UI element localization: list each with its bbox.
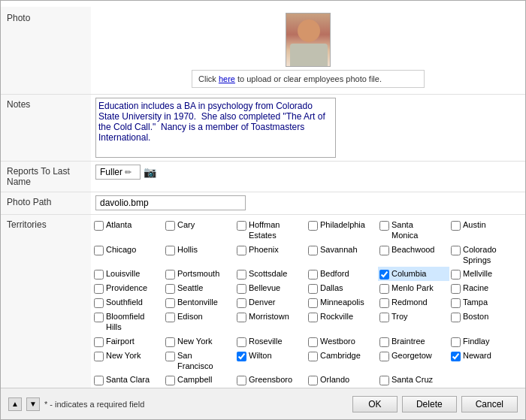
territory-checkbox[interactable] — [379, 221, 389, 231]
territory-checkbox[interactable] — [237, 246, 246, 255]
territory-item: Portsmouth — [164, 267, 235, 281]
territory-checkbox[interactable] — [451, 284, 461, 294]
territory-label: Cary — [177, 219, 195, 230]
territory-checkbox[interactable] — [237, 221, 246, 231]
form-content: Photo Click here to upload or clear empl… — [1, 1, 525, 388]
territory-label: Roseville — [249, 336, 283, 346]
territory-checkbox[interactable] — [451, 313, 461, 322]
territory-checkbox[interactable] — [237, 352, 246, 361]
territory-checkbox[interactable] — [237, 284, 246, 294]
photo-path-input[interactable] — [95, 195, 246, 210]
territory-checkbox[interactable] — [165, 376, 175, 385]
territory-checkbox[interactable] — [165, 246, 175, 255]
delete-button[interactable]: Delete — [402, 396, 457, 412]
territory-item: Bentonville — [164, 295, 235, 310]
territory-checkbox[interactable] — [308, 284, 318, 294]
territory-item: Beachwood — [378, 243, 449, 257]
cancel-button[interactable]: Cancel — [461, 396, 518, 412]
territory-checkbox[interactable] — [451, 352, 461, 361]
territory-checkbox[interactable] — [308, 246, 318, 255]
territory-checkbox[interactable] — [165, 270, 175, 279]
territory-item: Bloomfield Hills — [92, 310, 164, 334]
territory-checkbox[interactable] — [94, 337, 104, 347]
photo-caption-text: Click here to upload or clear employees … — [198, 74, 382, 83]
territory-item: Cambridge — [307, 349, 378, 363]
territory-checkbox[interactable] — [451, 298, 461, 308]
territory-checkbox[interactable] — [451, 337, 461, 347]
territory-item: Troy — [378, 310, 449, 324]
territory-checkbox[interactable] — [451, 221, 461, 231]
territory-checkbox[interactable] — [308, 298, 318, 308]
territory-item: Braintree — [378, 334, 449, 349]
territory-checkbox[interactable] — [308, 313, 318, 322]
territory-checkbox[interactable] — [165, 337, 175, 347]
territory-checkbox[interactable] — [379, 376, 389, 385]
territory-checkbox[interactable] — [94, 298, 104, 308]
territory-checkbox[interactable] — [94, 313, 104, 322]
notes-textarea[interactable]: Education includes a BA in psychology fr… — [95, 98, 336, 158]
territory-label: Tampa — [463, 297, 488, 307]
photo-label: Photo — [1, 7, 91, 94]
territory-item: Scottsdale — [235, 267, 307, 281]
reports-to-inline: Fuller ✏ 📷 — [95, 165, 156, 180]
territory-checkbox[interactable] — [165, 313, 175, 322]
territory-checkbox[interactable] — [237, 270, 246, 279]
photo-path-row: Photo Path — [1, 192, 525, 215]
territory-checkbox[interactable] — [308, 221, 318, 231]
territory-item: Neward — [449, 349, 521, 363]
territories-label: Territories — [1, 215, 91, 388]
territory-checkbox[interactable] — [451, 270, 461, 279]
territory-checkbox[interactable] — [308, 352, 318, 361]
photo-value: Click here to upload or clear employees … — [91, 7, 525, 94]
ok-button[interactable]: OK — [352, 396, 398, 412]
territory-checkbox[interactable] — [379, 313, 389, 322]
territory-checkbox[interactable] — [379, 352, 389, 361]
territory-item: Campbell — [164, 373, 235, 387]
territory-checkbox[interactable] — [94, 221, 104, 231]
territory-item: Louisville — [92, 267, 164, 281]
territory-checkbox[interactable] — [379, 284, 389, 294]
territory-checkbox[interactable] — [237, 313, 246, 322]
territory-label: Greensboro — [249, 374, 292, 385]
territory-item: Denver — [235, 295, 307, 310]
territory-item: Fairport — [92, 334, 164, 349]
territory-checkbox[interactable] — [237, 376, 246, 385]
territory-checkbox[interactable] — [379, 337, 389, 347]
territory-label: Troy — [391, 311, 408, 322]
territory-label: Bentonville — [177, 297, 218, 307]
territory-item: Chicago — [92, 243, 164, 257]
territory-label: Westboro — [320, 336, 355, 346]
territory-checkbox[interactable] — [379, 246, 389, 255]
territory-checkbox[interactable] — [237, 298, 246, 308]
territory-checkbox[interactable] — [94, 352, 104, 361]
territory-checkbox[interactable] — [165, 221, 175, 231]
territory-checkbox[interactable] — [308, 270, 318, 279]
territory-checkbox[interactable] — [165, 284, 175, 294]
territory-label: Wilton — [249, 350, 272, 361]
territory-checkbox[interactable] — [451, 246, 461, 255]
territory-label: Orlando — [320, 374, 349, 385]
territory-item: Philadelphia — [307, 218, 378, 232]
photo-upload-link[interactable]: here — [219, 74, 235, 83]
footer-right: OK Delete Cancel — [352, 396, 518, 412]
territory-checkbox[interactable] — [379, 298, 389, 308]
territory-checkbox[interactable] — [165, 298, 175, 308]
territory-checkbox[interactable] — [94, 246, 104, 255]
territory-checkbox[interactable] — [94, 376, 104, 385]
territory-item: Hollis — [164, 243, 235, 257]
territory-checkbox[interactable] — [308, 337, 318, 347]
territory-checkbox[interactable] — [94, 284, 104, 294]
territory-checkbox[interactable] — [308, 376, 318, 385]
territory-label: Redmond — [391, 297, 428, 307]
territory-checkbox[interactable] — [379, 270, 389, 279]
territory-label: Scottsdale — [249, 268, 287, 279]
territory-label: Hoffman Estates — [249, 219, 280, 241]
camera-icon[interactable]: 📷 — [144, 166, 156, 178]
territory-checkbox[interactable] — [94, 270, 104, 279]
nav-up-button[interactable]: ▲ — [8, 397, 22, 411]
territory-checkbox[interactable] — [237, 337, 246, 347]
edit-icon[interactable]: ✏ — [125, 168, 132, 177]
territory-checkbox[interactable] — [165, 352, 175, 361]
territory-item: Seattle — [164, 281, 235, 295]
nav-down-button[interactable]: ▼ — [26, 397, 40, 411]
